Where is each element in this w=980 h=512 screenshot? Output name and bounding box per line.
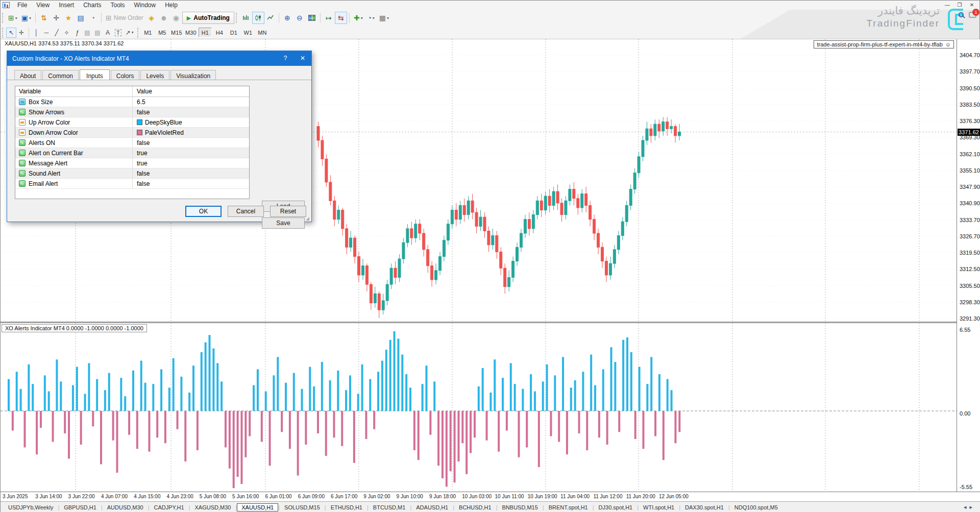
param-value[interactable]: DeepSkyBlue — [145, 119, 182, 126]
zoom-out-button[interactable]: ⊖ — [293, 12, 306, 24]
chart-tab-usdjpyb[interactable]: USDJPYb,Weekly — [4, 503, 58, 511]
timeframe-mn[interactable]: MN — [256, 28, 269, 37]
toolbar-grip[interactable] — [137, 28, 139, 38]
timeframe-m1[interactable]: M1 — [141, 28, 155, 37]
param-value[interactable]: false — [137, 180, 150, 187]
horizontal-line-button[interactable]: ─ — [41, 28, 52, 38]
crosshair-tool-button[interactable]: ✛ — [16, 28, 27, 38]
param-value[interactable]: 6.5 — [137, 99, 145, 106]
chart-tab-dj30.spot[interactable]: DJ30.spot,H1 — [594, 503, 638, 511]
param-row[interactable]: Alert on Current Bartrue — [15, 148, 249, 158]
new-order-button[interactable]: ⊞ New Order — [104, 12, 145, 24]
data-window-button[interactable]: ✛ — [50, 12, 62, 24]
chart-tab-dax30.spot[interactable]: DAX30.spot,H1 — [680, 503, 728, 511]
search-icon[interactable] — [959, 12, 964, 17]
new-chart-button[interactable]: ⊞▾ — [6, 12, 19, 24]
terminal-button[interactable]: ▤ — [75, 12, 87, 24]
chart-tab-cadjpy[interactable]: CADJPY,H1 — [150, 503, 189, 511]
notifications-icon[interactable]: 1 — [969, 12, 976, 18]
param-row[interactable]: Show Arrowsfalse — [15, 107, 249, 117]
chart-tab-solusd[interactable]: SOLUSD,M15 — [280, 503, 325, 511]
menu-help[interactable]: Help — [160, 1, 182, 10]
zoom-in-button[interactable]: ⊕ — [281, 12, 293, 24]
toolbar-grip[interactable] — [2, 13, 4, 23]
autotrading-button[interactable]: ▶ AutoTrading — [182, 12, 234, 24]
menu-tools[interactable]: Tools — [106, 1, 130, 10]
menu-insert[interactable]: Insert — [54, 1, 79, 10]
dialog-title-bar[interactable]: Custom Indicator - XO Alerts Indicator M… — [7, 51, 311, 66]
strategy-tester-button[interactable]: ◔ — [87, 12, 99, 24]
chart-tab-adausd[interactable]: ADAUSD,H1 — [411, 503, 453, 511]
experts-button[interactable]: ☻ — [158, 12, 170, 24]
scroll-left-icon[interactable]: ◂ — [964, 504, 970, 510]
param-value[interactable]: true — [137, 150, 148, 157]
tab-scroll-arrows[interactable]: ◂▸ — [964, 504, 980, 510]
chart-tab-brent.spot[interactable]: BRENT.spot,H1 — [544, 503, 593, 511]
menu-view[interactable]: View — [32, 1, 54, 10]
save-button[interactable]: Save — [262, 217, 305, 229]
chart-tab-gbpusd[interactable]: GBPUSD,H1 — [59, 503, 101, 511]
ok-button[interactable]: OK — [185, 206, 222, 217]
text-tool-button[interactable]: A — [103, 28, 113, 38]
timeframe-h4[interactable]: H4 — [213, 28, 226, 37]
grid-tool-button[interactable]: ▤ — [82, 28, 92, 38]
param-row[interactable]: Message Alerttrue — [15, 158, 249, 168]
grid-tool2-button[interactable]: ▤ — [92, 28, 103, 38]
cursor-tool-button[interactable]: ↖ — [6, 28, 16, 38]
vertical-line-button[interactable]: │ — [31, 28, 41, 38]
param-value[interactable]: false — [137, 170, 150, 177]
param-value[interactable]: false — [137, 139, 150, 147]
signals-button[interactable]: ◉ — [170, 12, 182, 24]
param-row[interactable]: Email Alertfalse — [15, 179, 249, 189]
chart-tab-wti.spot[interactable]: WTI.spot,H1 — [639, 503, 679, 511]
chart-tab-xagusd[interactable]: XAGUSD,M30 — [190, 503, 235, 511]
dialog-help-button[interactable]: ? — [277, 51, 294, 66]
menu-window[interactable]: Window — [130, 1, 161, 10]
profiles-button[interactable]: ▣▾ — [19, 12, 33, 24]
param-row[interactable]: Sound Alertfalse — [15, 168, 249, 179]
toolbar-grip[interactable] — [236, 13, 238, 23]
param-row[interactable]: Alerts ONfalse — [15, 138, 249, 148]
indicators-button[interactable]: ✚▾ — [352, 12, 365, 24]
toolbar-grip[interactable] — [2, 28, 4, 38]
resize-grip[interactable]: ◢ — [306, 216, 311, 221]
param-row[interactable]: Up Arrow ColorDeepSkyBlue — [15, 117, 249, 128]
label-tool-button[interactable]: T — [113, 28, 124, 38]
cancel-button[interactable]: Cancel — [228, 206, 264, 217]
timeframe-m5[interactable]: M5 — [156, 28, 169, 37]
tile-windows-button[interactable] — [306, 12, 318, 24]
menu-file[interactable]: File — [13, 1, 32, 10]
candlestick-button[interactable] — [252, 12, 264, 24]
chart-tab-ethusd[interactable]: ETHUSD,H1 — [326, 503, 367, 511]
chart-tab-audusd[interactable]: AUDUSD,M30 — [103, 503, 148, 511]
timeframe-m15[interactable]: M15 — [170, 28, 183, 37]
param-value[interactable]: true — [137, 160, 148, 167]
auto-scroll-button[interactable]: ↦ — [323, 12, 335, 24]
scroll-right-icon[interactable]: ▸ — [969, 504, 975, 510]
bar-chart-button[interactable] — [240, 12, 252, 24]
timeframe-w1[interactable]: W1 — [241, 28, 255, 37]
line-chart-button[interactable] — [264, 12, 277, 24]
dialog-close-button[interactable]: ✕ — [294, 51, 311, 66]
reset-button[interactable]: Reset — [270, 206, 306, 217]
param-row[interactable]: ½Box Size6.5 — [15, 97, 249, 107]
timeframe-h1[interactable]: H1 — [199, 28, 212, 37]
periods-button[interactable]: ◔▾ — [365, 12, 377, 24]
chart-tab-btcusd[interactable]: BTCUSD,M1 — [369, 503, 410, 511]
chart-tab-bnbusd[interactable]: BNBUSD,M15 — [498, 503, 543, 511]
market-watch-button[interactable]: ⇅ — [38, 12, 50, 24]
menu-charts[interactable]: Charts — [79, 1, 106, 10]
arrows-tool-button[interactable]: ↗▾ — [124, 28, 136, 38]
param-row[interactable]: Down Arrow ColorPaleVioletRed — [15, 128, 249, 138]
templates-button[interactable]: ▦▾ — [377, 12, 391, 24]
param-value[interactable]: PaleVioletRed — [145, 129, 184, 136]
param-value[interactable]: false — [137, 109, 150, 116]
metaeditor-button[interactable]: ◈ — [145, 12, 158, 24]
timeframe-m30[interactable]: M30 — [184, 28, 198, 37]
fibonacci-button[interactable]: ƒ — [72, 28, 82, 38]
timeframe-d1[interactable]: D1 — [227, 28, 240, 37]
chart-tab-ndq100.spot[interactable]: NDQ100.spot,M5 — [730, 503, 782, 511]
trendline-button[interactable]: ╱ — [52, 28, 62, 38]
navigator-button[interactable]: ★ — [62, 12, 75, 24]
chart-tab-xauusd[interactable]: XAUUSD,H1 — [237, 503, 278, 511]
